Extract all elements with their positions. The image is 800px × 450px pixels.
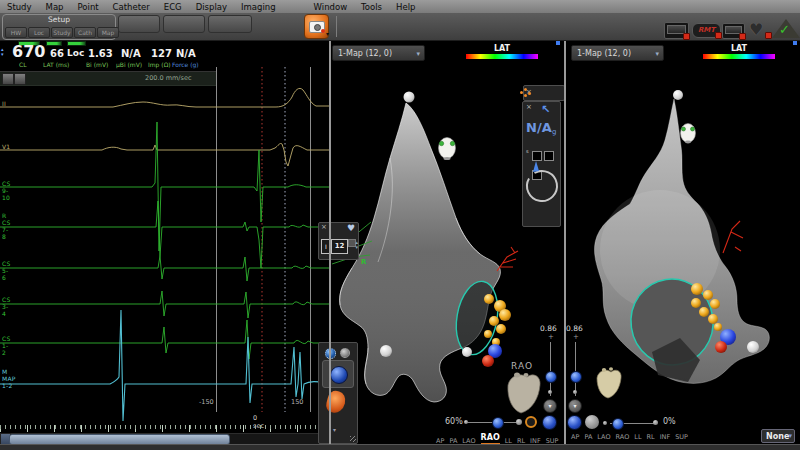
gear-settings-icon[interactable] xyxy=(340,348,350,358)
setup-group: Setup HW Loc Study Cath Map xyxy=(2,14,116,40)
menu-item-catheter[interactable]: Catheter xyxy=(106,2,157,12)
window-bottom-strip xyxy=(0,444,800,450)
lat-colorbar-left[interactable] xyxy=(466,54,538,59)
orientation-pa-r[interactable]: PA xyxy=(584,433,592,441)
opacity-plus[interactable]: + xyxy=(548,333,554,341)
orientation-bar-right: AP PA LAO RAO LL RL INF SUP xyxy=(571,433,693,441)
trackball-button[interactable] xyxy=(322,360,354,388)
cl-spinner[interactable]: ▴ ▾ xyxy=(1,47,4,57)
zoom-slider-handle-left[interactable] xyxy=(492,417,504,429)
ecg-tool-button-2[interactable] xyxy=(14,73,26,85)
menu-item-point[interactable]: Point xyxy=(71,2,106,12)
map-selector-right[interactable]: 1-Map (12, 0) ▾ xyxy=(571,45,664,61)
heart-status-icon[interactable]: ♥ xyxy=(749,20,770,37)
trace-prefix-M: M xyxy=(2,368,7,375)
force-overlay-panel: × ↖ N/A g s xyxy=(522,101,561,227)
zoom-slider-max-right[interactable] xyxy=(653,420,658,425)
catheter-wires-left[interactable] xyxy=(497,247,518,271)
close-icon[interactable]: × xyxy=(526,104,532,111)
lat-colorbar-right[interactable] xyxy=(703,54,775,59)
respiration-value-box[interactable]: 12 xyxy=(331,239,348,254)
map-selector-left[interactable]: 1-Map (12, 0) ▾ xyxy=(332,45,425,61)
opacity-slider-handle-right[interactable] xyxy=(570,371,582,383)
sphere-display-button[interactable] xyxy=(585,415,599,429)
menu-item-tools[interactable]: Tools xyxy=(354,2,389,12)
heart-reference-icon-left[interactable] xyxy=(508,373,540,414)
panel-expander-right[interactable]: ▾ xyxy=(568,399,582,413)
points-cluster-icon[interactable] xyxy=(520,88,532,97)
tags-dropdown[interactable]: None ▾ xyxy=(761,429,795,443)
ubi-label: µBi (mV) xyxy=(116,61,142,68)
heart-icon[interactable]: ♥ xyxy=(347,223,355,233)
loc-label: Loc xyxy=(67,48,84,58)
colorbar-title-right: LAT xyxy=(703,44,775,53)
opacity-slider-right[interactable] xyxy=(575,342,576,396)
force-scale-label: s xyxy=(526,148,529,154)
opacity-slider-handle-left[interactable] xyxy=(545,371,557,383)
zoom-slider-min-right[interactable] xyxy=(603,421,607,425)
tag-display-button[interactable] xyxy=(525,416,537,428)
orientation-ll-r[interactable]: LL xyxy=(634,433,641,441)
monitor-status-icon[interactable] xyxy=(664,22,689,39)
setup-button-cath[interactable]: Cath xyxy=(74,27,96,38)
orientation-rl-r[interactable]: RL xyxy=(647,433,655,441)
anatomy-mesh-left[interactable] xyxy=(340,92,504,403)
patient-orientation-head-right[interactable] xyxy=(681,124,696,144)
bi-label: Bi (mV) xyxy=(86,61,108,68)
menu-item-window[interactable]: Window xyxy=(307,2,355,12)
menu-item-study[interactable]: Study xyxy=(0,2,39,12)
view-options-button-right[interactable] xyxy=(567,415,582,430)
patient-orientation-head-left[interactable] xyxy=(439,138,456,161)
orientation-sup-r[interactable]: SUP xyxy=(675,433,688,441)
panel-divider-1[interactable] xyxy=(329,40,331,444)
trace-prefix-R: R xyxy=(2,212,6,219)
setup-button-map[interactable]: Map xyxy=(97,27,119,38)
menu-item-ecg[interactable]: ECG xyxy=(157,2,189,12)
rmt-status-icon[interactable]: RMT xyxy=(692,23,721,38)
menu-item-display[interactable]: Display xyxy=(189,2,234,12)
orientation-ap-r[interactable]: AP xyxy=(571,433,579,441)
opacity-slider-min-right[interactable] xyxy=(573,390,577,394)
setup-button-study[interactable]: Study xyxy=(51,27,73,38)
toolbar-button-disabled-3 xyxy=(208,15,252,33)
snapshot-dropdown-chevron-icon[interactable]: ▾ xyxy=(326,30,329,37)
zoom-slider-min[interactable] xyxy=(464,420,468,424)
ecg-tool-button-1[interactable] xyxy=(2,73,14,85)
catheter-tip-red-right xyxy=(715,341,727,353)
heart-reference-icon-right[interactable] xyxy=(597,367,621,398)
carto-application-window: Study Map Point Catheter ECG Display Ima… xyxy=(0,0,800,450)
panel-divider-2[interactable] xyxy=(564,40,566,444)
catheter-tip-red-left xyxy=(482,355,494,367)
ubi-value: N/A xyxy=(121,48,141,59)
menu-item-map[interactable]: Map xyxy=(39,2,71,12)
mesh-top-sphere[interactable] xyxy=(404,92,415,103)
setup-button-hw[interactable]: HW xyxy=(5,27,27,38)
close-icon[interactable]: × xyxy=(321,224,327,231)
menu-item-imaging[interactable]: Imaging xyxy=(234,2,283,12)
ecg-time-ruler-fine xyxy=(0,425,330,429)
force-value: N/A xyxy=(176,48,196,59)
catheter-wires-right[interactable] xyxy=(723,221,743,253)
opacity-value-right: 0.86 xyxy=(566,324,583,333)
setup-button-loc[interactable]: Loc xyxy=(28,27,50,38)
location-pad-status-icon[interactable]: ✓ xyxy=(772,19,800,38)
toolbar-button-disabled-1 xyxy=(118,15,160,33)
orientation-lao-r[interactable]: LAO xyxy=(597,433,610,441)
view-options-button-left[interactable] xyxy=(542,415,557,430)
opacity-plus-right[interactable]: + xyxy=(573,333,579,341)
orientation-rao-r[interactable]: RAO xyxy=(616,433,630,441)
respiration-spinner[interactable]: ▴▾ xyxy=(355,240,358,250)
zoom-slider-handle-right[interactable] xyxy=(612,418,624,430)
lat-label: LAT (ms) xyxy=(43,61,69,68)
resize-grip[interactable] xyxy=(350,436,356,442)
menu-item-help[interactable]: Help xyxy=(389,2,422,12)
opacity-slider-min[interactable] xyxy=(548,390,552,394)
workstation-status-icon[interactable] xyxy=(722,23,745,39)
bi-value: 1.63 xyxy=(88,48,113,59)
opacity-slider-left[interactable] xyxy=(550,342,551,396)
chevron-down-icon[interactable]: ▾ xyxy=(333,426,336,433)
rmt-label: RMT xyxy=(698,26,715,34)
zoom-slider-max[interactable] xyxy=(516,419,522,425)
orientation-inf-r[interactable]: INF xyxy=(660,433,671,441)
panel-expander-left[interactable]: ▾ xyxy=(543,399,557,413)
